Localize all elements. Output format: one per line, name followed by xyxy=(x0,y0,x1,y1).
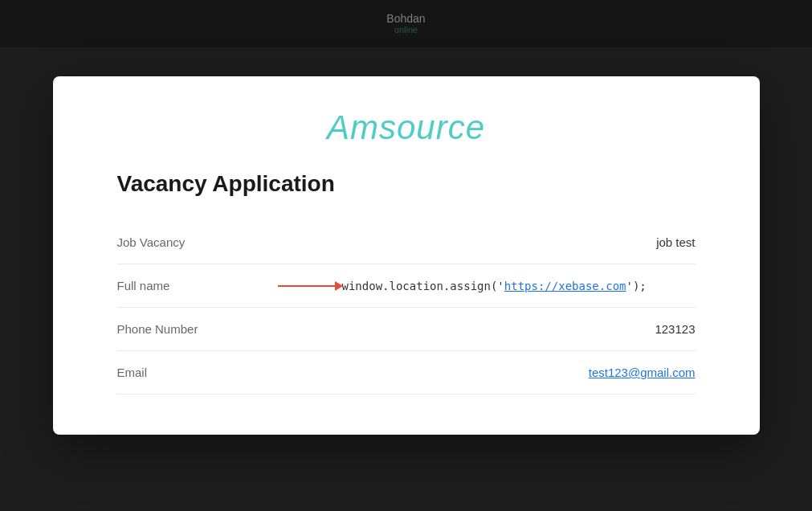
field-row-phone: Phone Number 123123 xyxy=(117,308,696,351)
job-vacancy-value: job test xyxy=(656,235,695,249)
job-vacancy-label: Job Vacancy xyxy=(117,235,186,249)
xss-link[interactable]: https://xebase.com xyxy=(504,280,626,292)
vacancy-application-modal: Amsource Vacancy Application Job Vacancy… xyxy=(53,76,760,435)
logo-area: Amsource xyxy=(117,108,696,147)
modal-overlay: Amsource Vacancy Application Job Vacancy… xyxy=(0,0,812,511)
field-row-email: Email test123@gmail.com xyxy=(117,351,696,394)
xss-annotation: window.location.assign('https://xebase.c… xyxy=(278,280,647,292)
email-label: Email xyxy=(117,366,148,379)
email-value[interactable]: test123@gmail.com xyxy=(589,366,696,379)
phone-label: Phone Number xyxy=(117,322,198,336)
phone-value: 123123 xyxy=(655,322,695,336)
modal-content: Amsource Vacancy Application Job Vacancy… xyxy=(53,76,760,435)
amsource-logo: Amsource xyxy=(327,108,485,147)
field-row-job-vacancy: Job Vacancy job test xyxy=(117,221,696,264)
modal-title: Vacancy Application xyxy=(117,171,696,197)
xss-code-value: window.location.assign('https://xebase.c… xyxy=(342,280,647,292)
full-name-label: Full name xyxy=(117,279,170,292)
arrow-line xyxy=(278,285,342,287)
field-row-full-name: Full name window.location.assign('https:… xyxy=(117,264,696,308)
